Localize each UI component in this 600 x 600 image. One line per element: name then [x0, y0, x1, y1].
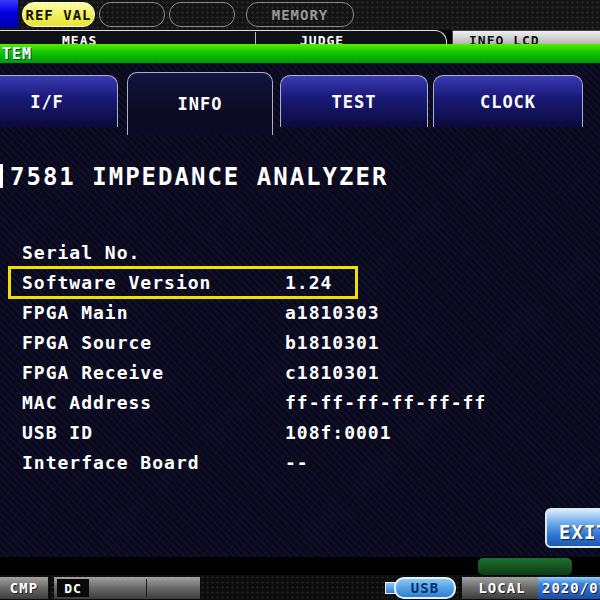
row-value: --: [285, 452, 309, 473]
clipped-glyph: [0, 164, 3, 188]
row-label: FPGA Source: [22, 332, 152, 353]
table-row-serial[interactable]: Serial No.: [0, 238, 600, 268]
row-label: Software Version: [22, 272, 211, 293]
system-title-bar: TEM: [0, 44, 600, 63]
table-row-fpga-receive[interactable]: FPGA Receive c1810301: [0, 358, 600, 388]
row-label: FPGA Main: [22, 302, 129, 323]
row-label: MAC Address: [22, 392, 152, 413]
usb-indicator: USB: [394, 577, 456, 599]
table-row-software-version[interactable]: Software Version 1.24: [0, 268, 600, 298]
status-bar: CMP DC USB LOCAL 2020/07/: [0, 575, 600, 600]
table-row-mac-address[interactable]: MAC Address ff-ff-ff-ff-ff-ff: [0, 388, 600, 418]
tab-test[interactable]: TEST: [280, 75, 428, 127]
row-value: 1.24: [285, 272, 332, 293]
dc-indicator: DC: [57, 579, 89, 597]
tab-clock[interactable]: CLOCK: [433, 75, 583, 127]
row-label: FPGA Receive: [22, 362, 164, 383]
table-row-fpga-main[interactable]: FPGA Main a1810303: [0, 298, 600, 328]
page-title: 7581 IMPEDANCE ANALYZER: [10, 163, 388, 191]
instrument-screen: REF VAL MEMORY MEAS JUDGE INFO LCD TEM I…: [0, 0, 600, 600]
date-indicator: 2020/07/: [538, 577, 600, 599]
partial-blue-key[interactable]: [0, 0, 18, 28]
top-toolbar: REF VAL MEMORY: [0, 0, 600, 30]
tab-info-selected[interactable]: INFO: [127, 72, 273, 135]
exit-button[interactable]: EXIT: [545, 508, 600, 548]
tab-if[interactable]: I/F: [0, 75, 118, 127]
row-value: 108f:0001: [285, 422, 392, 443]
row-label: Serial No.: [22, 242, 140, 263]
row-value: a1810303: [285, 302, 380, 323]
memory-button[interactable]: MEMORY: [246, 2, 354, 27]
row-value: b1810301: [285, 332, 380, 353]
row-label: USB ID: [22, 422, 93, 443]
clipped-green-button[interactable]: [478, 558, 572, 575]
row-value: c1810301: [285, 362, 380, 383]
row-label: Interface Board: [22, 452, 200, 473]
blank-button-1[interactable]: [99, 2, 165, 27]
local-indicator: LOCAL: [462, 577, 542, 599]
segment-divider: [146, 579, 147, 597]
table-row-usb-id[interactable]: USB ID 108f:0001: [0, 418, 600, 448]
row-value: ff-ff-ff-ff-ff-ff: [285, 392, 486, 413]
bottom-strip: [0, 557, 600, 575]
system-info-panel: I/F INFO TEST CLOCK 7581 IMPEDANCE ANALY…: [0, 63, 600, 557]
table-row-fpga-source[interactable]: FPGA Source b1810301: [0, 328, 600, 358]
table-row-interface-board[interactable]: Interface Board --: [0, 448, 600, 478]
info-table: Serial No. Software Version 1.24 FPGA Ma…: [0, 238, 600, 478]
ref-val-button[interactable]: REF VAL: [22, 2, 95, 27]
cmp-indicator: CMP: [0, 577, 48, 599]
system-title-label: TEM: [0, 45, 32, 63]
measure-mode-segment: DC: [54, 577, 200, 599]
blank-button-2[interactable]: [169, 2, 235, 27]
